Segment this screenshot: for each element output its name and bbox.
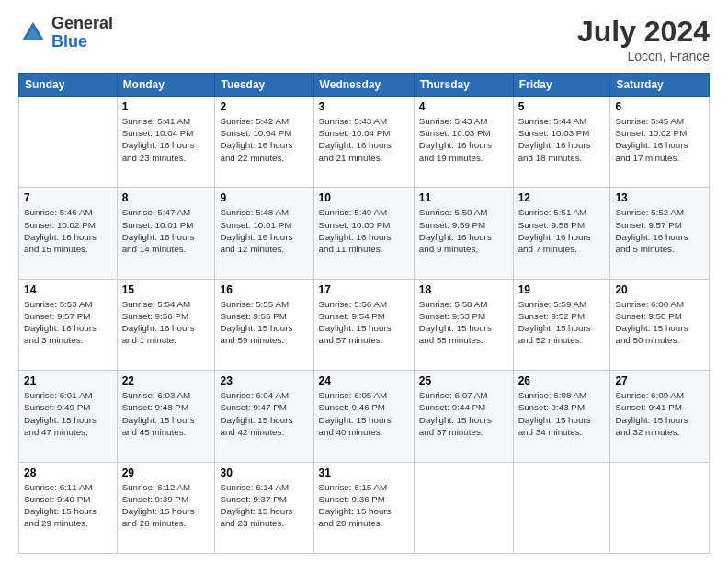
day-number: 31 — [319, 466, 409, 479]
day-number: 27 — [615, 374, 704, 387]
day-cell: 10Sunrise: 5:49 AMSunset: 10:00 PMDaylig… — [313, 188, 414, 279]
day-cell: 4Sunrise: 5:43 AMSunset: 10:03 PMDayligh… — [414, 97, 513, 188]
day-number: 20 — [615, 283, 704, 296]
day-info: Sunrise: 5:47 AMSunset: 10:01 PMDaylight… — [122, 206, 210, 255]
day-info: Sunrise: 5:52 AMSunset: 9:57 PMDaylight:… — [615, 206, 704, 255]
day-number: 4 — [419, 100, 508, 113]
day-info: Sunrise: 5:43 AMSunset: 10:04 PMDaylight… — [319, 115, 409, 164]
day-number: 12 — [518, 191, 606, 204]
header-cell-wednesday: Wednesday — [313, 74, 414, 97]
logo: General Blue — [18, 15, 113, 52]
day-cell: 1Sunrise: 5:41 AMSunset: 10:04 PMDayligh… — [117, 97, 215, 188]
header-cell-saturday: Saturday — [610, 74, 710, 97]
day-cell: 24Sunrise: 6:05 AMSunset: 9:46 PMDayligh… — [313, 371, 414, 462]
page: General Blue July 2024 Locon, France Sun… — [0, 0, 728, 563]
header: General Blue July 2024 Locon, France — [18, 15, 710, 63]
day-info: Sunrise: 5:49 AMSunset: 10:00 PMDaylight… — [319, 206, 409, 255]
day-cell: 28Sunrise: 6:11 AMSunset: 9:40 PMDayligh… — [19, 462, 118, 553]
day-info: Sunrise: 6:08 AMSunset: 9:43 PMDaylight:… — [518, 389, 606, 438]
day-cell: 21Sunrise: 6:01 AMSunset: 9:49 PMDayligh… — [19, 371, 118, 462]
day-info: Sunrise: 6:07 AMSunset: 9:44 PMDaylight:… — [419, 389, 508, 438]
day-number: 10 — [319, 191, 409, 204]
day-info: Sunrise: 5:59 AMSunset: 9:52 PMDaylight:… — [518, 298, 606, 347]
day-number: 22 — [122, 374, 210, 387]
week-row-3: 14Sunrise: 5:53 AMSunset: 9:57 PMDayligh… — [19, 279, 710, 370]
day-number: 3 — [319, 100, 409, 113]
day-cell: 7Sunrise: 5:46 AMSunset: 10:02 PMDayligh… — [19, 188, 118, 279]
day-cell — [513, 462, 610, 553]
calendar-body: 1Sunrise: 5:41 AMSunset: 10:04 PMDayligh… — [19, 97, 710, 554]
day-cell: 14Sunrise: 5:53 AMSunset: 9:57 PMDayligh… — [19, 279, 118, 370]
day-number: 18 — [419, 283, 508, 296]
day-info: Sunrise: 5:44 AMSunset: 10:03 PMDaylight… — [518, 115, 606, 164]
day-info: Sunrise: 6:05 AMSunset: 9:46 PMDaylight:… — [319, 389, 409, 438]
day-cell: 27Sunrise: 6:09 AMSunset: 9:41 PMDayligh… — [610, 371, 710, 462]
day-number: 14 — [24, 283, 112, 296]
header-cell-thursday: Thursday — [414, 74, 513, 97]
calendar-header: SundayMondayTuesdayWednesdayThursdayFrid… — [19, 74, 710, 97]
day-cell: 30Sunrise: 6:14 AMSunset: 9:37 PMDayligh… — [215, 462, 313, 553]
calendar-table: SundayMondayTuesdayWednesdayThursdayFrid… — [18, 73, 710, 554]
header-cell-sunday: Sunday — [19, 74, 118, 97]
header-cell-friday: Friday — [513, 74, 610, 97]
day-info: Sunrise: 5:43 AMSunset: 10:03 PMDaylight… — [419, 115, 508, 164]
day-number: 26 — [518, 374, 606, 387]
header-row: SundayMondayTuesdayWednesdayThursdayFrid… — [19, 74, 710, 97]
week-row-1: 1Sunrise: 5:41 AMSunset: 10:04 PMDayligh… — [19, 97, 710, 188]
day-number: 17 — [319, 283, 409, 296]
day-cell: 23Sunrise: 6:04 AMSunset: 9:47 PMDayligh… — [215, 371, 313, 462]
week-row-5: 28Sunrise: 6:11 AMSunset: 9:40 PMDayligh… — [19, 462, 710, 553]
day-info: Sunrise: 5:42 AMSunset: 10:04 PMDaylight… — [220, 115, 308, 164]
day-cell: 9Sunrise: 5:48 AMSunset: 10:01 PMDayligh… — [215, 188, 313, 279]
day-info: Sunrise: 6:15 AMSunset: 9:36 PMDaylight:… — [319, 481, 409, 530]
day-cell: 31Sunrise: 6:15 AMSunset: 9:36 PMDayligh… — [313, 462, 414, 553]
logo-icon — [18, 18, 48, 48]
day-number: 24 — [319, 374, 409, 387]
day-cell: 15Sunrise: 5:54 AMSunset: 9:56 PMDayligh… — [117, 279, 215, 370]
day-info: Sunrise: 5:48 AMSunset: 10:01 PMDaylight… — [220, 206, 308, 255]
day-number: 28 — [24, 466, 112, 479]
header-cell-tuesday: Tuesday — [215, 74, 313, 97]
logo-text: General Blue — [51, 15, 113, 52]
day-info: Sunrise: 5:53 AMSunset: 9:57 PMDaylight:… — [24, 298, 112, 347]
day-info: Sunrise: 6:09 AMSunset: 9:41 PMDaylight:… — [615, 389, 704, 438]
day-number: 21 — [24, 374, 112, 387]
day-cell: 26Sunrise: 6:08 AMSunset: 9:43 PMDayligh… — [513, 371, 610, 462]
day-cell: 13Sunrise: 5:52 AMSunset: 9:57 PMDayligh… — [610, 188, 710, 279]
day-cell: 20Sunrise: 6:00 AMSunset: 9:50 PMDayligh… — [610, 279, 710, 370]
day-cell: 16Sunrise: 5:55 AMSunset: 9:55 PMDayligh… — [215, 279, 313, 370]
week-row-2: 7Sunrise: 5:46 AMSunset: 10:02 PMDayligh… — [19, 188, 710, 279]
day-info: Sunrise: 5:41 AMSunset: 10:04 PMDaylight… — [122, 115, 210, 164]
day-info: Sunrise: 5:50 AMSunset: 9:59 PMDaylight:… — [419, 206, 508, 255]
day-cell: 5Sunrise: 5:44 AMSunset: 10:03 PMDayligh… — [513, 97, 610, 188]
logo-general: General — [51, 15, 113, 33]
day-cell — [19, 97, 118, 188]
day-number: 7 — [24, 191, 112, 204]
day-info: Sunrise: 6:00 AMSunset: 9:50 PMDaylight:… — [615, 298, 704, 347]
day-number: 16 — [220, 283, 308, 296]
day-cell: 11Sunrise: 5:50 AMSunset: 9:59 PMDayligh… — [414, 188, 513, 279]
day-info: Sunrise: 5:56 AMSunset: 9:54 PMDaylight:… — [319, 298, 409, 347]
calendar-title: July 2024 — [577, 15, 710, 49]
logo-blue: Blue — [51, 33, 113, 52]
day-number: 8 — [122, 191, 210, 204]
day-cell — [610, 462, 710, 553]
day-number: 13 — [615, 191, 704, 204]
day-info: Sunrise: 5:58 AMSunset: 9:53 PMDaylight:… — [419, 298, 508, 347]
day-number: 19 — [518, 283, 606, 296]
day-cell: 19Sunrise: 5:59 AMSunset: 9:52 PMDayligh… — [513, 279, 610, 370]
day-cell — [414, 462, 513, 553]
day-number: 15 — [122, 283, 210, 296]
header-cell-monday: Monday — [117, 74, 215, 97]
day-number: 6 — [615, 100, 704, 113]
day-info: Sunrise: 5:46 AMSunset: 10:02 PMDaylight… — [24, 206, 112, 255]
day-info: Sunrise: 5:55 AMSunset: 9:55 PMDaylight:… — [220, 298, 308, 347]
day-number: 2 — [220, 100, 308, 113]
day-info: Sunrise: 5:45 AMSunset: 10:02 PMDaylight… — [615, 115, 704, 164]
day-cell: 22Sunrise: 6:03 AMSunset: 9:48 PMDayligh… — [117, 371, 215, 462]
day-cell: 8Sunrise: 5:47 AMSunset: 10:01 PMDayligh… — [117, 188, 215, 279]
day-info: Sunrise: 6:14 AMSunset: 9:37 PMDaylight:… — [220, 481, 308, 530]
day-cell: 12Sunrise: 5:51 AMSunset: 9:58 PMDayligh… — [513, 188, 610, 279]
day-info: Sunrise: 6:04 AMSunset: 9:47 PMDaylight:… — [220, 389, 308, 438]
day-cell: 17Sunrise: 5:56 AMSunset: 9:54 PMDayligh… — [313, 279, 414, 370]
